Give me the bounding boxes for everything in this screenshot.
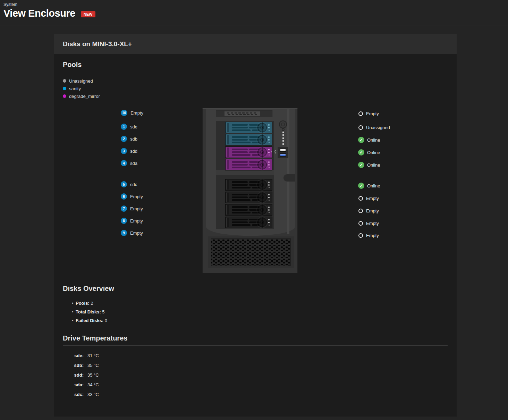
tray-led-indicators: [268, 149, 270, 156]
tray-thumbscrew-icon: [257, 193, 267, 202]
slot-number-badge: 5: [121, 181, 127, 187]
tray-handle: [227, 148, 229, 157]
slot-disk-label: Empty: [130, 110, 143, 116]
usb-port-icon: [280, 153, 286, 157]
disk-status-row: Unassigned: [358, 124, 390, 131]
tray-vents: [232, 124, 260, 131]
tray-thumbscrew-icon: [257, 218, 267, 227]
overview-list: Pools: 2Total Disks: 5Failed Disks: 0: [63, 299, 448, 325]
drive-tray-slot-8[interactable]: [225, 217, 272, 228]
tray-thumbscrew-icon: [257, 180, 267, 190]
temperature-value: 31 °C: [87, 353, 99, 358]
slot-label-row: 2sdb: [121, 135, 137, 142]
drive-tray-slot-6[interactable]: [225, 192, 272, 203]
power-led: [282, 128, 285, 131]
page-title-row: View Enclosure NEW: [3, 8, 95, 19]
disk-status-column: EmptyUnassigned✓Online✓Online✓Online ✓On…: [358, 104, 448, 279]
tray-handle: [227, 193, 229, 202]
card-title: Disks on MINI-3.0-XL+: [63, 40, 132, 48]
tray-vents: [232, 161, 260, 168]
temperature-row: sdd:35 °C: [63, 370, 448, 380]
disk-status-label: Empty: [366, 111, 379, 116]
slot-number-badge: 4: [121, 160, 127, 166]
slot-label-row: 9Empty: [121, 229, 143, 236]
enclosure-visual: 10Empty1sde2sdb3sdd4sda 5sdc6Empty7Empty…: [54, 104, 457, 279]
status-online-icon: ✓: [358, 162, 364, 168]
disk-status-label: Empty: [366, 221, 379, 226]
status-empty-icon: [358, 196, 363, 201]
temperature-disk-label: sda:: [63, 382, 84, 387]
temperature-rows: sde:31 °Csdb:35 °Csdd:35 °Csda:34 °Csdc:…: [63, 351, 448, 399]
temperature-row: sdb:35 °C: [63, 360, 448, 370]
disks-overview-divider: [63, 296, 448, 296]
slot-disk-label: Empty: [130, 218, 143, 224]
drive-temperatures-section: Drive Temperatures sde:31 °Csdb:35 °Csdd…: [54, 334, 457, 399]
tray-vents: [232, 219, 260, 226]
status-empty-icon: [358, 233, 363, 238]
drive-tray-slot-4[interactable]: [225, 159, 272, 170]
disk-status-row: ✓Online: [358, 182, 380, 189]
tray-led-indicators: [268, 194, 270, 201]
tray-thumbscrew-icon: [257, 205, 267, 215]
tray-handle: [227, 135, 229, 144]
pool-legend-label: sanity: [69, 86, 81, 91]
slot-number-badge: 6: [121, 193, 127, 200]
slot-disk-label: sde: [130, 124, 137, 129]
power-button: [279, 120, 287, 128]
slot-label-row: 1sde: [121, 123, 137, 130]
disk-status-row: Empty: [358, 207, 379, 214]
status-empty-icon: [358, 111, 363, 116]
temperature-value: 34 °C: [87, 382, 99, 387]
tray-handle: [227, 180, 229, 190]
slot-labels-column: 10Empty1sde2sdb3sdd4sda 5sdc6Empty7Empty…: [121, 104, 197, 279]
vent-grille: [211, 238, 291, 266]
tray-led-indicators: [268, 207, 270, 213]
tray-led-indicators: [268, 136, 270, 143]
disk-status-row: ✓Online: [358, 161, 380, 168]
drive-tray-slot-3[interactable]: [225, 146, 272, 158]
temperature-disk-label: sdd:: [63, 372, 84, 378]
slot-number-badge: 9: [121, 230, 127, 236]
tray-vents: [232, 181, 260, 188]
disk-status-row: Empty: [358, 195, 379, 202]
status-online-icon: ✓: [358, 183, 364, 189]
drive-tray-slot-1[interactable]: [225, 122, 272, 133]
tray-led-indicators: [268, 182, 270, 188]
pool-legend-label: Unassigned: [69, 78, 93, 84]
drive-tray-slot-2[interactable]: [225, 134, 272, 145]
drive-tray-slot-5[interactable]: [225, 179, 272, 191]
disk-status-label: Empty: [366, 208, 379, 213]
temperature-disk-label: sdc:: [63, 392, 84, 397]
disk-status-row: Empty: [358, 220, 379, 227]
pools-heading: Pools: [63, 61, 448, 69]
slot-disk-label: sda: [130, 161, 137, 166]
status-empty-icon: [358, 221, 363, 226]
chassis-side-tab: [283, 174, 295, 182]
disk-status-label: Online: [367, 137, 380, 143]
chassis-edge-strip: [287, 109, 289, 234]
tray-vents: [232, 149, 260, 156]
usb-ports-panel: [278, 147, 288, 158]
pool-legend-item: sanity: [63, 85, 448, 92]
slot-number-badge: 10: [121, 110, 127, 116]
temperature-row: sdc:33 °C: [63, 389, 448, 399]
pool-color-dot: [63, 79, 66, 83]
slot-number-badge: 3: [121, 148, 127, 154]
tray-thumbscrew-icon: [257, 160, 267, 169]
disks-overview-section: Disks Overview Pools: 2Total Disks: 5Fai…: [54, 285, 457, 325]
temperature-row: sde:31 °C: [63, 351, 448, 360]
usb-icon: [271, 150, 276, 154]
status-led-strip: [282, 132, 284, 145]
disk-status-row: ✓Online: [358, 149, 380, 156]
drive-tray-slot-10[interactable]: [216, 110, 272, 117]
temperature-disk-label: sdb:: [63, 363, 84, 368]
tray-handle: [227, 218, 229, 227]
pool-color-dot: [63, 87, 66, 90]
breadcrumb[interactable]: System: [3, 2, 17, 7]
pool-color-dot: [63, 94, 66, 98]
overview-item: Failed Disks: 0: [63, 316, 448, 325]
slot-label-row: 4sda: [121, 160, 137, 167]
disk-status-label: Online: [367, 162, 380, 168]
disk-status-label: Empty: [366, 233, 379, 238]
drive-tray-slot-7[interactable]: [225, 204, 272, 216]
